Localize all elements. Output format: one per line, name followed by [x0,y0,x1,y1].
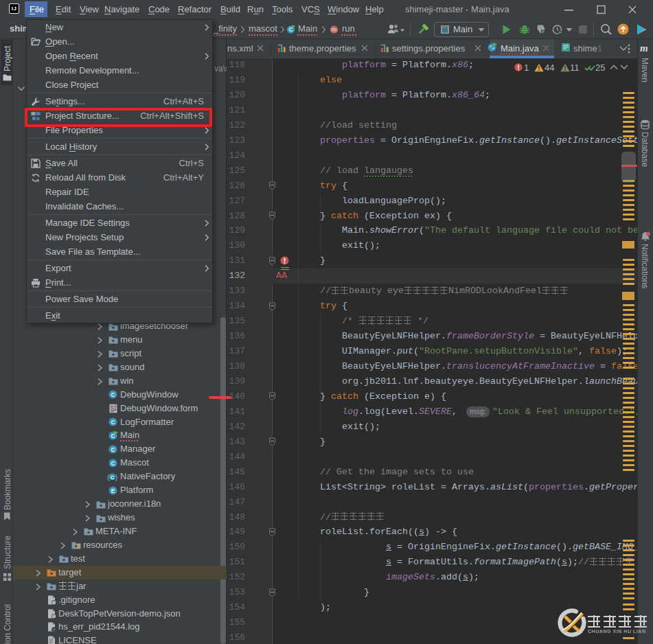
svg-text:C: C [111,446,115,453]
svg-text:C: C [111,419,115,426]
svg-text:C: C [111,474,115,480]
svg-text:?: ? [53,627,56,633]
svg-text:E: E [111,487,115,494]
svg-text:C: C [111,460,115,467]
svg-text:m: m [332,26,337,33]
svg-text:C: C [111,391,115,398]
